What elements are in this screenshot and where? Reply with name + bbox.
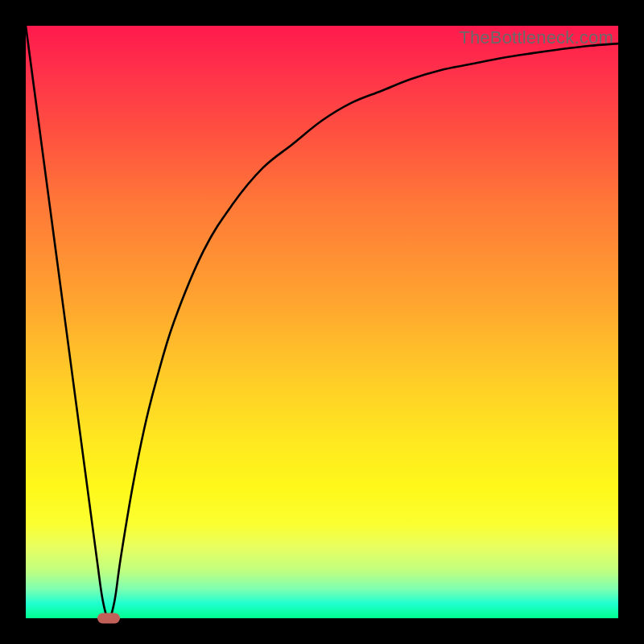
chart-plot-area: TheBottleneck.com xyxy=(26,26,618,618)
chart-frame: TheBottleneck.com xyxy=(0,0,644,644)
optimum-marker xyxy=(97,613,120,624)
bottleneck-curve xyxy=(26,26,618,618)
